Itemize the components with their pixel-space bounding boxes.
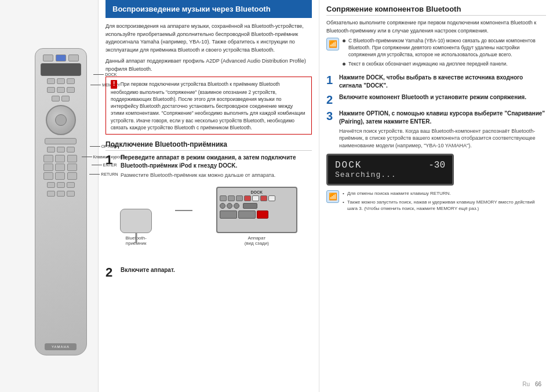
amp-ports-bottom-2 bbox=[220, 210, 294, 219]
amp-big-port-2 bbox=[238, 210, 256, 219]
right-note-icon-box-2: 📶 Для отмены поиска нажмите клавишу RETU… bbox=[326, 190, 546, 213]
right-bullet-2: Текст в скобках обозначает индикацию на … bbox=[343, 61, 546, 68]
right-bullet-1: С Bluetooth-приёмником Yamaha (YBA-10) м… bbox=[343, 38, 546, 59]
amp-circle-3 bbox=[234, 203, 239, 209]
amp-box: DOCK bbox=[216, 187, 297, 246]
page-lang: Ru bbox=[522, 381, 530, 387]
remote-sm-5 bbox=[57, 87, 65, 93]
step1-title: Переведите аппарат в режим ожидания, а з… bbox=[121, 154, 312, 170]
remote-btn-2 bbox=[56, 55, 66, 61]
display-row-2: Searching... bbox=[335, 170, 445, 179]
remote-screen bbox=[41, 63, 81, 76]
amp-port-red-2 bbox=[260, 195, 267, 201]
remote-sm-16 bbox=[57, 191, 65, 197]
amp-red-port bbox=[257, 210, 268, 219]
right-step1: 1 Нажмите DOCK, чтобы выбрать в качестве… bbox=[326, 74, 546, 90]
remote-logo: YAMAHA bbox=[45, 343, 77, 350]
remote-sm-9 bbox=[47, 147, 55, 153]
bullet-dot-1 bbox=[343, 39, 345, 42]
note-exclaim-icon: ! bbox=[111, 80, 117, 89]
remote-sm-6 bbox=[67, 87, 75, 93]
right-column: Сопряжение компонентов Bluetooth Обязате… bbox=[319, 0, 553, 392]
remote-sm-1 bbox=[47, 78, 55, 84]
amp-dock-label: DOCK bbox=[220, 190, 294, 194]
remote-top-buttons bbox=[43, 55, 79, 61]
small-note-1: Для отмены поиска нажмите клавишу RETURN… bbox=[343, 190, 546, 197]
right-section-title: Сопряжение компонентов Bluetooth bbox=[326, 5, 546, 16]
amp-port-white-2 bbox=[268, 195, 275, 201]
remote-sm-4 bbox=[47, 87, 55, 93]
left-column: Воспроизведение музыки через Bluetooth Д… bbox=[99, 0, 319, 392]
intro-paragraph-1: Для воспроизведения на аппарате музыки, … bbox=[105, 23, 312, 54]
bt-receiver-shape bbox=[120, 209, 152, 233]
right-intro: Обязательно выполните сопряжение при пер… bbox=[326, 19, 546, 35]
step2-title: Включите аппарат. bbox=[121, 266, 312, 274]
remote-num-7 bbox=[43, 172, 53, 180]
remote-row-5 bbox=[47, 182, 75, 188]
main-content: Воспроизведение музыки через Bluetooth Д… bbox=[99, 0, 553, 392]
right-step2-title: Включите компонент Bluetooth и установит… bbox=[339, 93, 546, 101]
amp-circle-1 bbox=[220, 203, 225, 209]
page-footer: Ru 66 bbox=[522, 381, 541, 387]
amp-big-port-1 bbox=[220, 210, 237, 219]
right-step2-num: 2 bbox=[326, 93, 336, 106]
remote-nav-circle bbox=[46, 105, 76, 135]
display-screen: DOCK -30 Searching... bbox=[326, 154, 454, 186]
remote-sidebar: YAMAHA DOCK MEMORY OPTION Клавиши курсор… bbox=[0, 0, 99, 392]
remote-sm-10 bbox=[57, 147, 65, 153]
page-title: Воспроизведение музыки через Bluetooth bbox=[112, 5, 271, 13]
remote-btn-3 bbox=[68, 55, 79, 61]
remote-row-4 bbox=[47, 147, 75, 153]
amp-port-1 bbox=[220, 195, 227, 201]
bt-receiver-box: Bluetooth- приёмник bbox=[120, 209, 152, 246]
display-line2: Searching... bbox=[335, 170, 396, 179]
amp-connector bbox=[243, 203, 257, 209]
right-step3-body: Начнётся поиск устройств. Когда ваш Blue… bbox=[339, 128, 546, 150]
right-note-icon-box: 📶 С Bluetooth-приёмником Yamaha (YBA-10)… bbox=[326, 38, 546, 70]
bullet-dot-2 bbox=[343, 63, 345, 66]
amp-circle-2 bbox=[227, 203, 232, 209]
display-row-1: DOCK -30 bbox=[335, 160, 445, 170]
step2: 2 Включите аппарат. bbox=[105, 266, 312, 279]
remote-sm-17 bbox=[67, 191, 75, 197]
remote-row-3 bbox=[52, 96, 70, 101]
step1-content: Переведите аппарат в режим ожидания, а з… bbox=[121, 154, 312, 179]
display-value1: -30 bbox=[428, 160, 445, 170]
remote-num-5 bbox=[55, 164, 65, 171]
right-step1-num: 1 bbox=[326, 74, 336, 86]
remote-visual: YAMAHA bbox=[35, 48, 87, 355]
remote-sm-2 bbox=[57, 78, 65, 84]
remote-num-9 bbox=[67, 172, 77, 180]
remote-logo-text: YAMAHA bbox=[52, 345, 70, 349]
step1-number: 1 bbox=[105, 154, 116, 166]
remote-num-4 bbox=[43, 164, 53, 171]
small-note-2: Также можно запустить поиск, нажав и уде… bbox=[343, 199, 546, 212]
display-line1: DOCK bbox=[335, 160, 362, 170]
remote-sm-7 bbox=[52, 96, 60, 101]
right-note-content-2: Для отмены поиска нажмите клавишу RETURN… bbox=[343, 190, 546, 213]
remote-num-3 bbox=[67, 155, 77, 162]
right-step1-title: Нажмите DOCK, чтобы выбрать в качестве и… bbox=[339, 74, 546, 90]
remote-btn-1 bbox=[43, 55, 53, 61]
bluetooth-icon-box-2: 📶 bbox=[326, 190, 339, 203]
remote-row-1 bbox=[47, 78, 75, 84]
remote-nav-inner bbox=[55, 114, 67, 126]
remote-num-6 bbox=[67, 164, 77, 171]
page-header: Воспроизведение музыки через Bluetooth bbox=[105, 0, 312, 18]
amp-label: Аппарат (вид сзади) bbox=[245, 235, 269, 246]
remote-row-6 bbox=[47, 191, 75, 197]
right-step3-title: Нажмите OPTION, с помощью клавиш курсора… bbox=[339, 110, 546, 126]
right-note-content: С Bluetooth-приёмником Yamaha (YBA-10) м… bbox=[343, 38, 546, 70]
remote-sm-13 bbox=[57, 182, 65, 188]
right-step2-content: Включите компонент Bluetooth и установит… bbox=[339, 93, 546, 101]
subsection1-title: Подключение Bluetooth-приёмника bbox=[105, 140, 312, 151]
bt-cable bbox=[135, 233, 137, 243]
device-diagram: Bluetooth- приёмник DOCK bbox=[105, 184, 312, 249]
note-box-text: При первом подключении устройства Blueto… bbox=[111, 81, 305, 130]
remote-sm-3 bbox=[67, 78, 75, 84]
bluetooth-icon-box: 📶 bbox=[326, 38, 339, 50]
amp-ports-top bbox=[220, 195, 294, 201]
connection-line bbox=[175, 210, 192, 211]
right-step3: 3 Нажмите OPTION, с помощью клавиш курсо… bbox=[326, 110, 546, 150]
intro-paragraph-2: Данный аппарат поддерживает профиль A2DP… bbox=[105, 57, 312, 73]
